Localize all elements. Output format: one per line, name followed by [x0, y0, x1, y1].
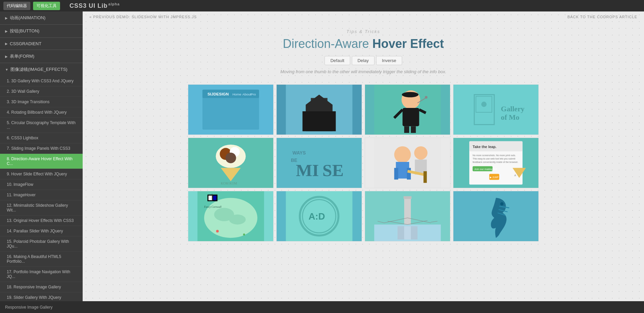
svg-rect-48 [423, 171, 427, 183]
sidebar-image-effects-list: 1. 3D Gallery With CSS3 And JQuery2. 3D … [0, 76, 83, 301]
svg-text:Pro: Pro [251, 92, 256, 96]
demo-title-area: Tips & Tricks Direction-Aware Hover Effe… [83, 22, 644, 84]
svg-point-71 [216, 230, 219, 232]
code-editor-button[interactable]: 代码编辑器 [3, 2, 30, 10]
sidebar-list-item[interactable]: 12. Minimalistic Slideshow Gallery Wit..… [0, 200, 83, 216]
svg-text:Take the leap.: Take the leap. [473, 145, 497, 149]
svg-text:A:D: A:D [308, 211, 325, 222]
back-link[interactable]: Back to the Codrops article [567, 15, 637, 19]
gallery-item[interactable]: SIJDESIGN Home About Pro [188, 84, 274, 135]
chevron-right-icon: ▶ [5, 16, 8, 20]
chevron-right-icon: ▶ [5, 42, 8, 46]
gallery-item[interactable] [365, 138, 450, 188]
svg-rect-46 [407, 168, 411, 180]
svg-text:Join our mailing list: Join our mailing list [474, 168, 497, 171]
svg-point-25 [481, 102, 487, 107]
sidebar-list-item[interactable]: 2. 3D Wall Gallery [0, 86, 83, 97]
gallery-item[interactable]: Gallery of Mo [453, 84, 539, 135]
demo-mode-button[interactable]: Inverse [376, 56, 402, 65]
svg-rect-68 [213, 196, 217, 200]
svg-text:SIJDESIGN: SIJDESIGN [207, 92, 229, 96]
sidebar-list-item[interactable]: 10. ImageFlow [0, 179, 83, 190]
demo-mode-button[interactable]: Default [325, 56, 350, 65]
sidebar-list-item[interactable]: 15. Polaroid Photobar Gallery With JQu..… [0, 236, 83, 252]
prev-label: « Previous Demo: [89, 15, 130, 19]
svg-text:WAYS: WAYS [292, 150, 306, 155]
gallery-item[interactable] [453, 191, 539, 241]
sidebar-section-label: 图像滤镜(IMAGE_EFFECTS) [10, 66, 67, 73]
sidebar-list-item[interactable]: 3. 3D Image Transitions [0, 97, 83, 107]
demo-subtitle: Moving from one thumb to the other will … [89, 69, 637, 74]
sidebar-list-item[interactable]: 5. Circular Discography Template With ..… [0, 118, 83, 133]
sidebar-list-item[interactable]: 14. Parallax Slider With JQuery [0, 226, 83, 236]
prev-demo-nav: « Previous Demo: Slideshow with jmpress.… [89, 15, 197, 19]
sidebar-list-item[interactable]: 11. ImageHover [0, 190, 83, 200]
svg-text:Home: Home [232, 92, 242, 96]
svg-rect-17 [404, 126, 409, 133]
sidebar-header-button[interactable]: ▶ 按钮(BUTTON) [0, 25, 83, 37]
sidebar-header-animation[interactable]: ▶ 动画(ANIMATION) [0, 11, 83, 24]
sidebar-list-item[interactable]: 6. CSS3 Lightbox [0, 133, 83, 143]
sidebar-section-button: ▶ 按钮(BUTTON) [0, 25, 83, 38]
content-area: « Previous Demo: Slideshow with jmpress.… [83, 11, 644, 301]
svg-rect-79 [404, 198, 411, 225]
sidebar-header-cssgradient[interactable]: ▶ CSSGRADIENT [0, 38, 83, 50]
chevron-right-icon: ▶ [5, 29, 8, 33]
svg-rect-18 [411, 126, 416, 133]
sidebar-list-item[interactable]: 7. Sliding Image Panels With CSS3 [0, 143, 83, 154]
tips-label: Tips & Tricks [89, 29, 637, 34]
content-nav: « Previous Demo: Slideshow with jmpress.… [83, 11, 644, 22]
svg-text:No more screenshots. No more p: No more screenshots. No more print outs. [473, 154, 516, 157]
svg-rect-14 [402, 108, 419, 126]
sidebar-list-item[interactable]: 1. 3D Gallery With CSS3 And JQuery [0, 76, 83, 86]
svg-text:MI: MI [296, 161, 319, 180]
svg-text:feedback conveniently inside o: feedback conveniently inside of the brow… [473, 161, 518, 164]
svg-rect-86 [404, 226, 411, 239]
demo-title: Direction-Aware Hover Effect [89, 37, 637, 51]
prev-link[interactable]: Slideshow with jmpress.js [132, 15, 197, 19]
sidebar-section-animation: ▶ 动画(ANIMATION) [0, 11, 83, 25]
main-layout: ▶ 动画(ANIMATION) ▶ 按钮(BUTTON) ▶ CSSGRADIE… [0, 11, 644, 301]
sidebar-section-cssgradient: ▶ CSSGRADIENT [0, 38, 83, 50]
svg-point-43 [414, 146, 427, 160]
svg-point-72 [243, 233, 245, 235]
visual-tool-button[interactable]: 可视化工具 [33, 2, 60, 10]
sidebar-section-label: 动画(ANIMATION) [10, 15, 46, 21]
svg-rect-80 [403, 196, 412, 199]
gallery-item[interactable]: Take the leap. No more screenshots. No m… [453, 138, 539, 188]
sidebar-list-item[interactable]: 13. Original Hover Effects With CSS3 [0, 216, 83, 226]
sidebar-section-image-effects: ▼ 图像滤镜(IMAGE_EFFECTS) 1. 3D Gallery With… [0, 63, 83, 301]
sidebar-list-item[interactable]: 4. Rotating Billboard With JQuery [0, 107, 83, 118]
sidebar-section-label: 表单(FORM) [10, 53, 34, 59]
gallery-item[interactable]: A:D [276, 191, 362, 241]
sidebar-header-image-effects[interactable]: ▼ 图像滤镜(IMAGE_EFFECTS) [0, 63, 83, 76]
demo-mode-button[interactable]: Delay [352, 56, 374, 65]
chevron-down-icon: ▼ [5, 68, 8, 72]
sidebar: ▶ 动画(ANIMATION) ▶ 按钮(BUTTON) ▶ CSSGRADIE… [0, 11, 83, 301]
sidebar-section-label: 按钮(BUTTON) [10, 28, 39, 34]
sidebar-list-item[interactable]: 9. Hover Slide Effect With JQuery [0, 169, 83, 179]
gallery-item[interactable]: Fancy Cornwall [188, 191, 274, 241]
sidebar-section-label: CSSGRADIENT [10, 41, 41, 46]
gallery-grid: SIJDESIGN Home About Pro Gallery of Mo [161, 84, 566, 252]
svg-text:Gallery: Gallery [501, 105, 525, 113]
sidebar-list-item[interactable]: 18. Responsive Image Gallery [0, 282, 83, 292]
sidebar-list-item[interactable]: 8. Direction-Aware Hover Effect With C..… [0, 154, 83, 169]
svg-text:Fancy Cornwall: Fancy Cornwall [204, 205, 222, 208]
sidebar-list-item[interactable]: 19. Slider Gallery With JQuery [0, 292, 83, 301]
demo-buttons: DefaultDelayInverse [89, 56, 637, 65]
svg-rect-67 [208, 196, 213, 200]
svg-rect-10 [303, 111, 336, 131]
gallery-item[interactable] [365, 84, 450, 135]
gallery-item[interactable] [276, 84, 362, 135]
sidebar-list-item[interactable]: 16. Making A Beautiful HTML5 Portfolio..… [0, 252, 83, 267]
sidebar-list-item[interactable]: 17. Portfolio Image Navigation With JQ..… [0, 267, 83, 282]
sidebar-header-form[interactable]: ▶ 表单(FORM) [0, 50, 83, 63]
svg-point-41 [394, 146, 411, 163]
svg-point-21 [425, 96, 427, 99]
gallery-item[interactable]: KOM KOM [188, 138, 274, 188]
gallery-item[interactable] [365, 191, 450, 241]
svg-point-90 [500, 202, 504, 206]
chevron-right-icon: ▶ [5, 55, 8, 58]
gallery-item[interactable]: WAYS BE MI SE [276, 138, 362, 188]
